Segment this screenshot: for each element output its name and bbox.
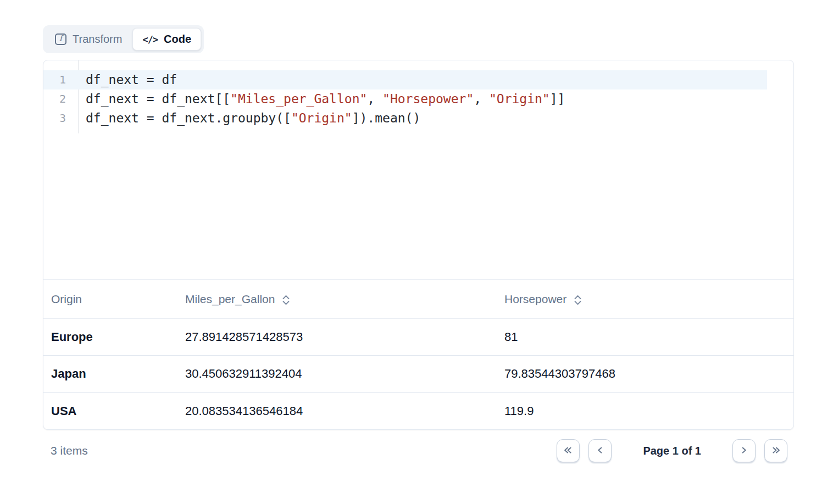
table-row: Japan 30.450632911392404 79.835443037974… <box>43 356 793 393</box>
items-count: 3 items <box>51 444 88 457</box>
tab-transform-label: Transform <box>73 33 122 46</box>
panel: 1 df_next = df 2 df_next = df_next[["Mil… <box>43 60 794 430</box>
code-lines: 1 df_next = df 2 df_next = df_next[["Mil… <box>43 60 793 128</box>
code-line: 3 df_next = df_next.groupby(["Origin"]).… <box>43 109 793 128</box>
sort-icon[interactable] <box>574 294 582 306</box>
chevrons-right-icon <box>770 444 782 458</box>
line-number: 1 <box>43 70 78 89</box>
code-text: df_next = df_next.groupby(["Origin"]).me… <box>78 109 420 128</box>
line-number: 3 <box>43 109 78 128</box>
prev-page-button[interactable] <box>588 439 612 462</box>
chevron-left-icon <box>594 444 606 458</box>
cell-miles-per-gallon: 27.891428571428573 <box>177 330 497 344</box>
cell-horsepower: 119.9 <box>497 404 793 418</box>
code-icon: </> <box>142 34 158 45</box>
next-page-button[interactable] <box>732 439 756 462</box>
code-text: df_next = df <box>78 70 177 89</box>
cell-miles-per-gallon: 30.450632911392404 <box>177 367 497 381</box>
code-line-active: 1 df_next = df <box>43 70 793 89</box>
table-row: Europe 27.891428571428573 81 <box>43 319 793 356</box>
pagination: Page 1 of 1 <box>557 439 787 462</box>
table-footer: 3 items Page 1 of 1 <box>43 439 794 462</box>
cell-origin: Japan <box>43 367 177 381</box>
line-number: 2 <box>43 89 78 109</box>
page-indicator: Page 1 of 1 <box>643 445 701 457</box>
tab-bar: f Transform </> Code <box>43 25 204 53</box>
cell-origin: Europe <box>43 330 177 344</box>
table-row: USA 20.083534136546184 119.9 <box>43 393 793 429</box>
chevrons-left-icon <box>562 444 574 458</box>
tab-code[interactable]: </> Code <box>132 28 201 51</box>
cell-origin: USA <box>43 404 177 418</box>
column-header-miles-per-gallon[interactable]: Miles_per_Gallon <box>177 293 497 306</box>
code-text: df_next = df_next[["Miles_per_Gallon", "… <box>78 89 565 109</box>
tab-transform[interactable]: f Transform <box>46 28 131 51</box>
cell-miles-per-gallon: 20.083534136546184 <box>177 404 497 418</box>
first-page-button[interactable] <box>557 439 580 462</box>
function-icon: f <box>55 33 66 45</box>
column-header-horsepower[interactable]: Horsepower <box>497 293 793 306</box>
code-line: 2 df_next = df_next[["Miles_per_Gallon",… <box>43 89 793 109</box>
column-header-origin: Origin <box>43 293 177 306</box>
cell-horsepower: 79.83544303797468 <box>497 367 793 381</box>
tab-code-label: Code <box>164 33 191 46</box>
sort-icon[interactable] <box>282 294 290 306</box>
table-header-row: Origin Miles_per_Gallon Horsepower <box>43 280 793 319</box>
chevron-right-icon <box>738 444 750 458</box>
cell-horsepower: 81 <box>497 330 793 344</box>
last-page-button[interactable] <box>764 439 787 462</box>
transform-widget: f Transform </> Code 1 df_next = df 2 df… <box>43 25 794 462</box>
code-editor[interactable]: 1 df_next = df 2 df_next = df_next[["Mil… <box>43 60 793 280</box>
